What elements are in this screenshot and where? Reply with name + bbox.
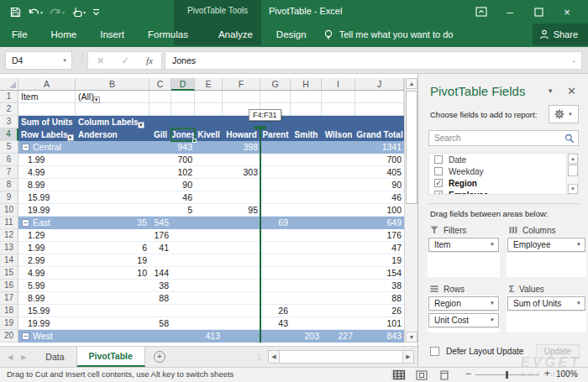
- cell-H8[interactable]: [291, 179, 322, 191]
- cancel-entry-icon[interactable]: ✕: [97, 55, 104, 66]
- zoom-level[interactable]: 100%: [556, 368, 578, 381]
- cell-E2[interactable]: [195, 103, 223, 116]
- cell-D18[interactable]: [171, 305, 195, 317]
- row-header-16[interactable]: 16: [0, 280, 18, 292]
- cell-J20[interactable]: 843: [355, 330, 404, 343]
- cell-F17[interactable]: [223, 292, 260, 305]
- cell-E5[interactable]: [195, 141, 223, 154]
- cell-C14[interactable]: [150, 254, 171, 267]
- row-header-19[interactable]: 19: [0, 317, 18, 330]
- tools-gear-button[interactable]: ▼: [549, 105, 579, 123]
- cell-E8[interactable]: [195, 179, 223, 191]
- row-header-9[interactable]: 9: [0, 191, 18, 204]
- cell-H5[interactable]: [291, 141, 322, 154]
- vertical-scroll-thumb[interactable]: [406, 91, 417, 204]
- cell-B17[interactable]: [76, 292, 150, 305]
- cell-E15[interactable]: [195, 267, 223, 280]
- horizontal-scrollbar[interactable]: ◀ ▶: [268, 350, 414, 364]
- cell-C17[interactable]: 88: [150, 292, 171, 305]
- field-list-scrollbar[interactable]: ▲ ▼: [566, 154, 578, 194]
- cell-I15[interactable]: [322, 267, 355, 280]
- row-header-20[interactable]: 20: [0, 330, 18, 343]
- field-item-date[interactable]: Date: [429, 154, 566, 165]
- tab-file[interactable]: File: [0, 24, 39, 45]
- ribbon-display-options-icon[interactable]: [467, 0, 496, 24]
- cell-E13[interactable]: [195, 242, 223, 254]
- cell-H12[interactable]: [291, 229, 322, 242]
- cell-D15[interactable]: [171, 267, 195, 280]
- cell-D2[interactable]: [171, 103, 195, 116]
- cell-C12[interactable]: 176: [150, 229, 171, 242]
- select-all-corner[interactable]: [0, 78, 18, 91]
- pill-dropdown-icon[interactable]: ▼: [576, 297, 581, 310]
- cell-B1[interactable]: (All)▼: [76, 91, 150, 103]
- cell-C6[interactable]: [150, 154, 171, 166]
- cell-F7[interactable]: 303: [223, 166, 260, 179]
- pane-options-chevron-icon[interactable]: ▼: [547, 87, 554, 95]
- scroll-right-icon[interactable]: ▶: [402, 350, 414, 364]
- cell-C11[interactable]: 545: [150, 217, 171, 229]
- pill-dropdown-icon[interactable]: ▼: [490, 238, 495, 251]
- cell-C15[interactable]: 144: [150, 267, 171, 280]
- row-header-3[interactable]: 3: [0, 116, 18, 128]
- cell-B19[interactable]: [76, 317, 150, 330]
- cell-G10[interactable]: [260, 204, 291, 217]
- cell-A6[interactable]: 1.99: [18, 154, 76, 166]
- cell-A18[interactable]: 15.99: [18, 305, 76, 317]
- tab-home[interactable]: Home: [39, 24, 89, 45]
- cell-A14[interactable]: 2.99: [18, 254, 76, 267]
- cell-C5[interactable]: [150, 141, 171, 154]
- cell-D8[interactable]: 90: [171, 179, 195, 191]
- cell-H14[interactable]: [291, 254, 322, 267]
- cell-A15[interactable]: 4.99: [18, 267, 76, 280]
- cell-B9[interactable]: [76, 191, 150, 204]
- cell-J17[interactable]: 88: [355, 292, 404, 305]
- cell-J18[interactable]: 26: [355, 305, 404, 317]
- cell-I2[interactable]: [322, 103, 355, 116]
- checkbox-icon[interactable]: [434, 155, 443, 164]
- cell-A16[interactable]: 5.99: [18, 280, 76, 292]
- cell-E18[interactable]: [195, 305, 223, 317]
- cell-J5[interactable]: 1341: [355, 141, 404, 154]
- cell-I13[interactable]: [322, 242, 355, 254]
- cell-H10[interactable]: [291, 204, 322, 217]
- field-item-employee[interactable]: ✓Employee: [429, 189, 566, 195]
- row-header-8[interactable]: 8: [0, 179, 18, 191]
- cell-A8[interactable]: 8.99: [18, 179, 76, 191]
- col-header-E[interactable]: E: [195, 78, 223, 91]
- cell-H6[interactable]: [291, 154, 322, 166]
- cell-J6[interactable]: 700: [355, 154, 404, 166]
- cell-F18[interactable]: [223, 305, 260, 317]
- normal-view-icon[interactable]: [391, 369, 406, 380]
- cell-B13[interactable]: 6: [76, 242, 150, 254]
- sheet-next-icon[interactable]: ▶: [21, 353, 26, 361]
- scroll-down-icon[interactable]: ▼: [568, 184, 578, 194]
- name-box-chevron-icon[interactable]: ▼: [62, 52, 67, 69]
- cell-C9[interactable]: [150, 191, 171, 204]
- cell-A20[interactable]: −West: [18, 330, 76, 343]
- cell-H3[interactable]: [291, 116, 322, 128]
- cell-H13[interactable]: [291, 242, 322, 254]
- cell-J13[interactable]: 47: [355, 242, 404, 254]
- cell-F11[interactable]: [223, 217, 260, 229]
- cell-C10[interactable]: [150, 204, 171, 217]
- cell-G5[interactable]: [260, 141, 291, 154]
- cell-E11[interactable]: [195, 217, 223, 229]
- cell-G1[interactable]: [260, 91, 291, 103]
- cell-D9[interactable]: 46: [171, 191, 195, 204]
- filter-dropdown-icon[interactable]: ▼: [93, 97, 100, 103]
- cell-C4[interactable]: Gill: [150, 128, 171, 141]
- redo-icon[interactable]: ▾: [48, 4, 66, 19]
- cell-E16[interactable]: [195, 280, 223, 292]
- scroll-left-icon[interactable]: ◀: [268, 350, 280, 364]
- cell-B2[interactable]: [76, 103, 150, 116]
- cell-E6[interactable]: [195, 154, 223, 166]
- cell-F19[interactable]: [223, 317, 260, 330]
- cell-D1[interactable]: [171, 91, 195, 103]
- cell-I10[interactable]: [322, 204, 355, 217]
- cell-B12[interactable]: [76, 229, 150, 242]
- row-header-1[interactable]: 1: [0, 91, 18, 103]
- horizontal-scroll-thumb[interactable]: [280, 350, 402, 364]
- cell-C19[interactable]: 58: [150, 317, 171, 330]
- checkbox-icon[interactable]: [434, 167, 443, 175]
